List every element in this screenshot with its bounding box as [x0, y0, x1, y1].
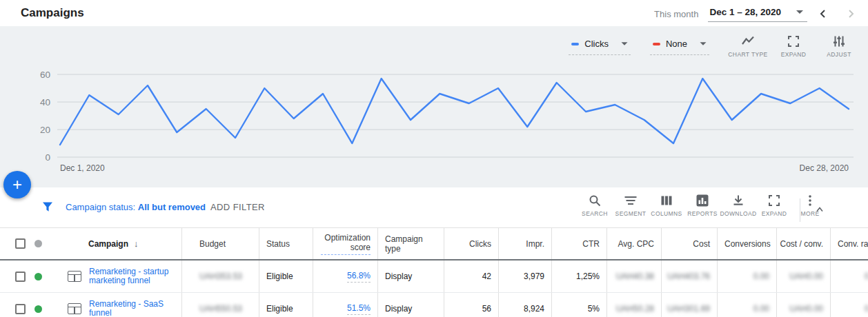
cost-value: UAH301.69 — [667, 304, 710, 314]
filter-bar: Campaign status: All but removed ADD FIL… — [0, 187, 868, 228]
clicks-cell: 42 — [444, 260, 498, 292]
column-header-type[interactable]: Campaign type — [377, 228, 444, 259]
type-value: Display — [385, 304, 412, 314]
toolbar-divider — [800, 198, 800, 222]
metric-label: Clicks — [584, 39, 609, 49]
select-all-checkbox[interactable] — [15, 238, 26, 249]
row-checkbox[interactable] — [15, 304, 26, 314]
table-toolbar: SEARCHSEGMENTCOLUMNSREPORTSDOWNLOADEXPAN… — [577, 194, 828, 217]
avg_cpc-cell: UAH40.38 — [606, 260, 661, 292]
expand-icon — [767, 194, 781, 207]
filter-funnel-icon — [41, 201, 54, 213]
conv_rate-value: 0.00% — [865, 304, 868, 314]
opt_score-value[interactable]: 51.5% — [347, 303, 371, 315]
row-checkbox[interactable] — [15, 272, 26, 282]
conversions-value: 0.00 — [753, 272, 769, 281]
clicks-series-line[interactable] — [60, 79, 849, 145]
clicks-cell: 56 — [444, 293, 498, 317]
campaign-name-link[interactable]: Remarketing - SaaS funnel — [89, 300, 173, 317]
segment-button[interactable]: SEGMENT — [613, 194, 649, 217]
impr-cell: 3,979 — [498, 260, 551, 292]
metric-dropdown-none[interactable]: None — [650, 34, 709, 55]
column-header-status[interactable]: Status — [259, 228, 313, 259]
expand-button[interactable]: EXPAND — [774, 33, 813, 58]
campaign-name-link[interactable]: Remarketing - startup marketing funnel — [89, 267, 173, 285]
tool-label: COLUMNS — [651, 210, 682, 217]
collapse-table-button[interactable] — [807, 197, 832, 222]
tool-label: SEGMENT — [615, 210, 647, 217]
chart-type-button[interactable]: CHART TYPE — [729, 33, 767, 58]
column-header-label: CTR — [582, 239, 600, 249]
campaign-cell: Remarketing - SaaS funnel — [0, 293, 181, 317]
reports-button[interactable]: REPORTS — [684, 194, 720, 217]
budget-value: UAH353.53 — [199, 272, 242, 281]
adjust-icon — [832, 34, 846, 48]
opt_score-cell[interactable]: 51.5% — [313, 293, 377, 317]
column-header-cost[interactable]: Cost — [661, 228, 717, 259]
reports-icon — [696, 194, 709, 207]
columns-button[interactable]: COLUMNS — [649, 194, 684, 217]
column-header-opt_score[interactable]: Optimization score — [313, 228, 377, 259]
column-header-label: Avg. CPC — [618, 239, 654, 249]
caret-down-icon — [796, 10, 803, 14]
column-header-budget[interactable]: Budget — [181, 228, 259, 259]
download-button[interactable]: DOWNLOAD — [720, 194, 756, 217]
column-header-label: Conversions — [724, 239, 771, 249]
next-period-button[interactable] — [839, 6, 862, 22]
new-campaign-button[interactable]: + — [3, 171, 31, 198]
date-range-selector[interactable]: Dec 1 – 28, 2020 — [708, 6, 807, 22]
column-header-impr[interactable]: Impr. — [498, 228, 551, 259]
ctr-cell: 1,25% — [551, 260, 606, 292]
column-header-conversions[interactable]: Conversions — [717, 228, 776, 259]
budget-value: UAH550.53 — [199, 304, 242, 314]
avg_cpc-cell: UAH50.28 — [606, 293, 661, 317]
status-green-dot-icon — [34, 273, 42, 280]
cost_per_conv-cell: UAH0.00 — [776, 293, 830, 317]
status-value: Eligible — [266, 304, 293, 314]
toolbar-divider-wrap — [796, 197, 832, 222]
x-axis-end-label: Dec 28, 2020 — [800, 163, 849, 173]
page-title: Campaigns — [21, 6, 84, 20]
tool-label: EXPAND — [781, 51, 807, 58]
status-value: Eligible — [266, 272, 293, 281]
previous-period-button[interactable] — [811, 6, 835, 22]
sort-descending-icon[interactable]: ↓ — [134, 238, 139, 249]
column-header-label: Cost — [693, 239, 710, 249]
column-header-label: Conv. rate — [838, 239, 868, 249]
tool-label: SEARCH — [582, 210, 608, 217]
column-header-label: Campaign type — [385, 234, 426, 254]
adjust-button[interactable]: ADJUST — [820, 33, 858, 58]
type-value: Display — [385, 272, 412, 281]
search-button[interactable]: SEARCH — [577, 194, 613, 217]
expand-button[interactable]: EXPAND — [756, 194, 792, 217]
status-dot-header-icon — [34, 240, 42, 247]
tool-label: DOWNLOAD — [720, 210, 756, 217]
conversions-cell: 0.00 — [717, 260, 776, 292]
ctr-cell: 5% — [551, 293, 606, 317]
tool-label: EXPAND — [762, 210, 787, 217]
clicks-value: 56 — [482, 304, 491, 314]
metric-dropdown-clicks[interactable]: Clicks — [569, 34, 631, 55]
column-header-avg_cpc[interactable]: Avg. CPC — [606, 228, 661, 259]
opt_score-value[interactable]: 56.8% — [347, 271, 371, 283]
cost_per_conv-cell: UAH0.00 — [776, 260, 830, 292]
campaign-column-header[interactable]: Campaign — [88, 239, 128, 249]
performance-chart-section: Clicks None CHART TYPEEXPANDADJUST 02040… — [0, 26, 868, 187]
status-cell: Eligible — [259, 293, 313, 317]
column-header-conv_rate[interactable]: Conv. rate — [830, 228, 868, 259]
column-header-cost_per_conv[interactable]: Cost / conv. — [776, 228, 830, 259]
opt_score-cell[interactable]: 56.8% — [313, 260, 377, 292]
legend-dash-icon — [571, 43, 579, 45]
add-filter-button[interactable]: ADD FILTER — [210, 202, 265, 212]
filter-label: Campaign status: — [66, 202, 135, 212]
chart-controls: Clicks None CHART TYPEEXPANDADJUST — [569, 33, 858, 58]
table-row: Remarketing - SaaS funnelUAH550.53Eligib… — [0, 293, 868, 317]
conversions-cell: 0.00 — [717, 293, 776, 317]
tool-label: CHART TYPE — [728, 51, 767, 58]
impr-value: 8,924 — [524, 304, 544, 314]
campaign-status-filter-chip[interactable]: Campaign status: All but removed — [66, 202, 206, 212]
budget-cell: UAH353.53 — [181, 260, 259, 292]
column-header-label: Clicks — [469, 239, 491, 249]
column-header-ctr[interactable]: CTR — [551, 228, 606, 259]
column-header-clicks[interactable]: Clicks — [444, 228, 498, 259]
